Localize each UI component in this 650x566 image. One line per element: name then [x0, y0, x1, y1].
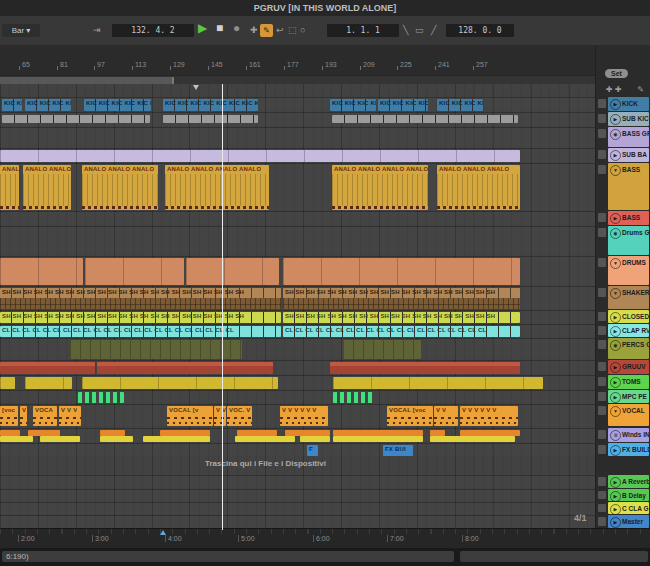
- play-icon[interactable]: ▶: [610, 312, 621, 323]
- clip[interactable]: V V V: [59, 406, 81, 426]
- play-icon[interactable]: ▶: [610, 377, 621, 388]
- track-row-toms[interactable]: [0, 375, 595, 389]
- clip[interactable]: [70, 340, 242, 359]
- record-button[interactable]: ●: [233, 23, 240, 34]
- track-header-sub-kick[interactable]: ▶SUB KIC: [608, 112, 649, 126]
- play-icon[interactable]: ▶: [610, 477, 621, 488]
- clip[interactable]: V VC: [214, 406, 226, 426]
- track-row-gruuv[interactable]: [0, 360, 595, 374]
- back-to-arrangement-icon[interactable]: ↩: [276, 25, 284, 36]
- clip[interactable]: VOC. V: [227, 406, 252, 426]
- clip[interactable]: [25, 377, 72, 389]
- track-row-mpc-pe[interactable]: [0, 390, 595, 403]
- clip[interactable]: [333, 377, 543, 389]
- track-row-fx-build[interactable]: FFX BUI: [0, 443, 595, 456]
- track-row-percs-group[interactable]: [0, 338, 595, 359]
- clip[interactable]: KIC KIC KIC KIC: [330, 99, 376, 111]
- track-row-bass-2[interactable]: [0, 211, 595, 225]
- track-row-winds[interactable]: [0, 428, 595, 442]
- clip[interactable]: [0, 258, 83, 285]
- clip[interactable]: ANALO ANALO: [23, 165, 71, 210]
- fold-icon[interactable]: ▼: [610, 258, 621, 269]
- track-header-vocal[interactable]: ▼VOCAL: [608, 404, 649, 426]
- clip[interactable]: [2, 115, 150, 123]
- clip[interactable]: [186, 258, 279, 285]
- track-header-bass-2[interactable]: ▶BASS: [608, 211, 649, 225]
- clip[interactable]: [85, 258, 184, 285]
- clip[interactable]: [430, 436, 515, 442]
- track-header-drums[interactable]: ▼DRUMS: [608, 256, 649, 285]
- clip[interactable]: [0, 362, 95, 374]
- clip[interactable]: [330, 362, 520, 374]
- track-header-gruuv[interactable]: ▶GRUUV: [608, 360, 649, 374]
- clip[interactable]: [333, 392, 373, 403]
- clip[interactable]: V: [20, 406, 27, 426]
- loop-switch-icon[interactable]: ▭: [415, 25, 424, 36]
- play-icon[interactable]: ▶: [610, 445, 621, 456]
- clip[interactable]: [283, 258, 520, 285]
- clip[interactable]: V V V V V V: [460, 406, 518, 426]
- track-row-drums[interactable]: [0, 256, 595, 285]
- play-icon[interactable]: ▶: [610, 326, 621, 337]
- track-header-b-delay[interactable]: ▶B Delay: [608, 489, 649, 501]
- track-header-toms[interactable]: ▶TOMS: [608, 375, 649, 389]
- fold-icon[interactable]: ▼: [610, 288, 621, 299]
- clip[interactable]: [78, 392, 124, 403]
- time-ruler[interactable]: 2:003:004:005:006:007:008:00: [0, 528, 650, 549]
- track-row-c-cla-g[interactable]: [0, 502, 595, 514]
- play-icon[interactable]: ▶: [610, 213, 621, 224]
- tempo-display[interactable]: 132. 4. 2: [112, 24, 194, 37]
- arrangement-position-display[interactable]: 1. 1. 1: [327, 24, 399, 37]
- clip[interactable]: F: [307, 445, 318, 456]
- overdub-icon[interactable]: ○: [300, 25, 305, 36]
- play-icon[interactable]: ▶: [610, 491, 621, 501]
- track-header-drums-group[interactable]: ◉Drums G: [608, 226, 649, 255]
- group-icon[interactable]: ◉: [610, 340, 621, 351]
- clip[interactable]: VOCAL [v: [167, 406, 213, 426]
- track-header-a-reverb[interactable]: ▶A Reverb: [608, 475, 649, 488]
- track-header-sub-bass[interactable]: ▶SUB BA: [608, 148, 649, 162]
- clip[interactable]: ANALO ANALO ANALO: [437, 165, 520, 210]
- clip[interactable]: [97, 362, 273, 374]
- play-icon[interactable]: ▶: [610, 362, 621, 373]
- punch-icon[interactable]: ╱: [431, 25, 436, 36]
- loop-length-display[interactable]: 128. 0. 0: [446, 24, 514, 37]
- clip[interactable]: KIC KIC KIC KIC: [378, 99, 428, 111]
- track-row-b-delay[interactable]: [0, 489, 595, 501]
- clip[interactable]: KIC KIC KIC KIC KIC KIC KIC KIC: [163, 99, 258, 111]
- clip[interactable]: ANALO ANALO ANALO: [82, 165, 158, 210]
- follow-icon[interactable]: ⇥: [93, 25, 101, 36]
- fade-icon[interactable]: ╲: [403, 25, 408, 36]
- insert-marker-icon[interactable]: [193, 85, 199, 90]
- group-icon[interactable]: ◉: [610, 228, 621, 239]
- track-row-kick[interactable]: KIC KICKIC KIC KIC KICKIC KIC KIC KIC KI…: [0, 97, 595, 111]
- clip[interactable]: SH SH SH SH SH SH SH SH SH SH SH SH SH S…: [283, 312, 520, 323]
- play-icon[interactable]: ▶: [610, 114, 621, 125]
- track-header-c-cla-g[interactable]: ▶C CLA G: [608, 502, 649, 514]
- clip[interactable]: KIC KIC KIC KIC: [437, 99, 483, 111]
- clip[interactable]: [82, 377, 278, 389]
- track-header-clap-rv[interactable]: ▶CLAP RV: [608, 324, 649, 337]
- fold-icon[interactable]: ▼: [610, 165, 621, 176]
- playhead[interactable]: [222, 84, 223, 530]
- track-header-bass[interactable]: ▼BASS: [608, 163, 649, 210]
- clip[interactable]: [300, 436, 330, 442]
- track-header-shaker[interactable]: ▼SHAKER: [608, 286, 649, 309]
- track-row-closed[interactable]: SH SH SH SH SH SH SH SH SH SH SH SH SH S…: [0, 310, 595, 323]
- follow-region-icon[interactable]: ⬚: [288, 25, 297, 36]
- arrangement-loop-region[interactable]: [0, 77, 174, 84]
- clip[interactable]: [163, 115, 258, 123]
- clip[interactable]: FX BUI: [383, 445, 413, 456]
- stop-button[interactable]: ■: [216, 23, 223, 34]
- clip[interactable]: SH SH SH SH SH SH SH SH SH SH SH SH SH S…: [283, 288, 520, 309]
- play-icon[interactable]: ▶: [610, 99, 621, 110]
- track-header-percs-group[interactable]: ◉PERCS G: [608, 338, 649, 359]
- clip[interactable]: SH SH SH SH SH SH SH SH SH SH SH SH SH S…: [0, 288, 281, 309]
- clip[interactable]: VOCAL [voc: [387, 406, 433, 426]
- track-header-fx-build[interactable]: ▶FX BUILD: [608, 443, 649, 456]
- clip[interactable]: KIC KIC: [2, 99, 22, 111]
- clip[interactable]: ANALO ANALO ANALO ANALO: [165, 165, 269, 210]
- clip[interactable]: CL CL CL CL CL CL CL CL CL CL CL CL CL C…: [283, 326, 520, 337]
- clip[interactable]: V V V V V V: [280, 406, 328, 426]
- clip[interactable]: [333, 436, 423, 442]
